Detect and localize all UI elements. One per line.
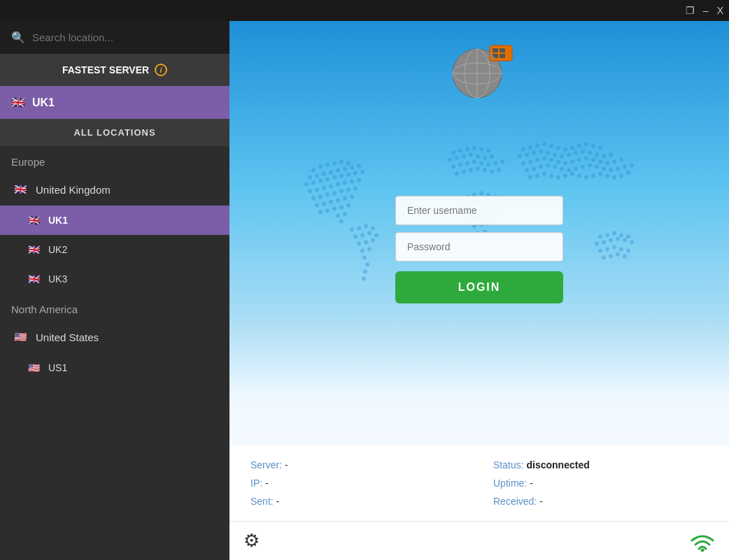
svg-point-9 [329, 171, 333, 175]
username-input[interactable] [395, 196, 563, 225]
svg-point-101 [581, 150, 585, 154]
svg-point-121 [525, 168, 529, 173]
svg-point-139 [556, 175, 560, 180]
received-value: - [539, 496, 543, 507]
svg-point-69 [479, 161, 483, 166]
title-bar: ❐ – X [0, 0, 729, 21]
server-us1[interactable]: 🇺🇸 US1 [0, 353, 229, 382]
country-united-kingdom[interactable]: 🇬🇧 United Kingdom [0, 173, 229, 206]
selected-server-flag: 🇬🇧 [11, 96, 25, 109]
bottom-bar: ⚙ [229, 521, 729, 560]
svg-point-189 [364, 240, 368, 245]
svg-rect-224 [500, 48, 505, 52]
svg-point-43 [350, 195, 354, 199]
selected-server-label: UK1 [32, 96, 55, 109]
svg-point-185 [360, 234, 364, 238]
svg-point-132 [602, 167, 606, 171]
sent-status: Sent: - [250, 496, 465, 507]
svg-point-109 [542, 157, 546, 161]
country-united-states[interactable]: 🇺🇸 United States [0, 321, 229, 353]
status-value: disconnected [526, 459, 589, 471]
main-layout: 🔍 FASTEST SERVER i 🇬🇧 UK1 ALL LOCATIONS … [0, 21, 729, 560]
svg-point-199 [612, 231, 616, 236]
svg-point-195 [363, 270, 367, 274]
svg-point-75 [469, 168, 473, 173]
svg-point-20 [346, 173, 351, 177]
uptime-status: Uptime: - [493, 478, 708, 489]
minimize-button[interactable]: – [703, 6, 709, 15]
restore-button[interactable]: ❐ [686, 6, 695, 15]
svg-point-86 [563, 148, 567, 152]
svg-point-87 [570, 146, 574, 150]
svg-point-49 [336, 214, 340, 218]
svg-point-204 [609, 238, 613, 243]
server-uk1[interactable]: 🇬🇧 UK1 [0, 206, 229, 235]
svg-point-103 [595, 153, 599, 157]
received-label: Received: [493, 496, 537, 507]
ip-value: - [265, 478, 269, 489]
uptime-value: - [530, 478, 533, 489]
svg-point-96 [546, 151, 550, 155]
svg-point-3 [332, 161, 337, 166]
svg-point-150 [630, 164, 634, 168]
fastest-server-button[interactable]: FASTEST SERVER i [0, 54, 229, 86]
svg-point-39 [322, 202, 326, 206]
svg-point-66 [458, 163, 462, 167]
svg-point-210 [612, 245, 616, 250]
globe-svg [441, 35, 518, 98]
svg-point-115 [584, 157, 588, 161]
svg-point-88 [577, 144, 581, 148]
svg-point-92 [518, 155, 522, 159]
svg-point-118 [605, 161, 609, 166]
svg-point-193 [362, 256, 367, 260]
svg-point-46 [332, 207, 337, 211]
signal-icon[interactable] [690, 531, 715, 552]
svg-point-145 [598, 172, 602, 176]
svg-point-136 [535, 174, 539, 178]
svg-point-116 [591, 158, 595, 162]
sidebar: 🔍 FASTEST SERVER i 🇬🇧 UK1 ALL LOCATIONS … [0, 21, 229, 560]
svg-point-200 [619, 234, 623, 238]
svg-point-15 [311, 181, 316, 185]
close-button[interactable]: X [717, 6, 723, 15]
search-input[interactable] [32, 31, 218, 43]
svg-point-79 [497, 168, 501, 173]
svg-point-68 [472, 160, 476, 164]
svg-point-56 [479, 148, 483, 152]
all-locations-button[interactable]: ALL LOCATIONS [0, 119, 229, 146]
svg-point-17 [325, 178, 330, 182]
svg-point-141 [570, 172, 574, 176]
svg-point-67 [465, 161, 469, 166]
svg-point-1 [318, 165, 323, 169]
password-input[interactable] [395, 232, 563, 261]
login-form: LOGIN [395, 196, 563, 303]
svg-point-80 [521, 148, 525, 152]
login-button[interactable]: LOGIN [395, 271, 563, 303]
svg-point-90 [591, 144, 595, 148]
svg-point-147 [612, 175, 616, 180]
svg-point-148 [619, 174, 623, 178]
svg-point-207 [630, 240, 634, 245]
svg-point-202 [595, 242, 599, 246]
region-north-america: North America [0, 294, 229, 321]
svg-point-34 [332, 192, 337, 196]
received-status: Received: - [493, 496, 708, 507]
svg-point-155 [479, 192, 483, 196]
svg-point-131 [595, 165, 599, 169]
svg-point-124 [546, 164, 550, 168]
svg-point-205 [616, 237, 620, 241]
svg-point-99 [567, 153, 571, 157]
svg-rect-222 [490, 45, 512, 61]
settings-icon[interactable]: ⚙ [243, 530, 260, 552]
selected-server-item[interactable]: 🇬🇧 UK1 [0, 86, 229, 119]
svg-point-36 [346, 188, 351, 192]
ip-label: IP: [250, 478, 262, 489]
svg-point-65 [451, 165, 455, 169]
uk-label: United Kingdom [36, 184, 111, 196]
search-bar: 🔍 [0, 21, 229, 54]
server-uk3[interactable]: 🇬🇧 UK3 [0, 264, 229, 294]
svg-point-182 [364, 224, 368, 229]
server-uk2[interactable]: 🇬🇧 UK2 [0, 235, 229, 264]
svg-point-14 [304, 182, 309, 187]
svg-point-26 [329, 185, 333, 189]
